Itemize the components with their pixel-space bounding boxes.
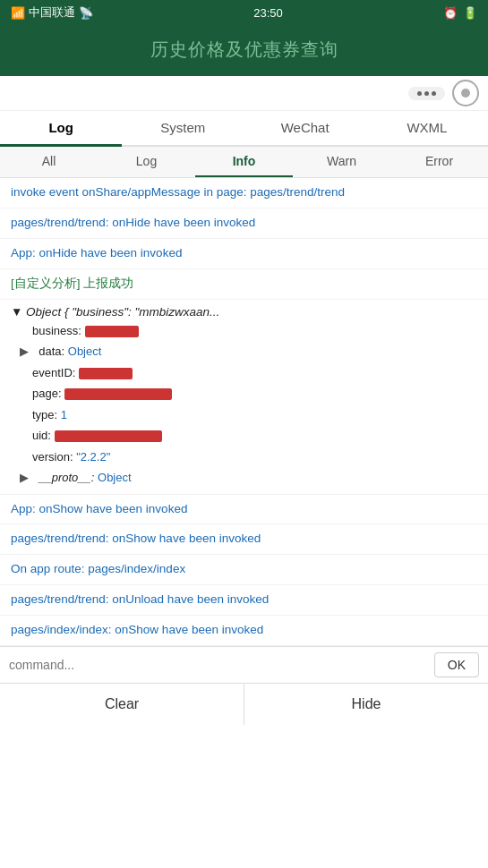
list-item: [自定义分析] 上报成功 (0, 269, 488, 300)
command-bar: OK (0, 646, 488, 683)
prop-key: business: (32, 324, 85, 337)
bottom-bar: Clear Hide (0, 683, 488, 725)
prop-key: type: (32, 408, 61, 421)
app-title: 历史价格及优惠券查询 (150, 39, 338, 59)
prop-value: Object (68, 345, 102, 358)
toolbar-row (0, 76, 488, 111)
tab-system[interactable]: System (122, 111, 244, 147)
object-prop: page: (11, 383, 477, 404)
prop-key: page: (32, 387, 64, 400)
prop-value: "2.2.2" (76, 450, 110, 464)
log-content: invoke event onShare/appMessage in page:… (0, 178, 488, 646)
wifi-icon: 📡 (79, 6, 93, 20)
prop-value-redacted (85, 326, 139, 337)
object-prop[interactable]: ▶ __proto__: Object (11, 467, 477, 489)
dot2 (424, 91, 429, 96)
status-time: 23:50 (253, 6, 283, 20)
prop-value-redacted (64, 388, 172, 400)
object-prop: version: "2.2.2" (11, 447, 477, 468)
list-item: App: onHide have been invoked (0, 239, 488, 269)
object-prop: type: 1 (11, 404, 477, 426)
status-bar: 📶 中国联通 📡 23:50 ⏰ 🔋 (0, 0, 488, 25)
prop-value: Object (98, 471, 132, 484)
prop-key: version: (32, 450, 76, 464)
list-item: pages/index/index: onShow have been invo… (0, 616, 488, 646)
more-button[interactable] (408, 87, 445, 100)
hide-button[interactable]: Hide (244, 684, 488, 725)
ok-button[interactable]: OK (434, 652, 479, 677)
dot3 (432, 91, 436, 96)
tab-wxml[interactable]: WXML (366, 111, 488, 147)
list-item: pages/trend/trend: onShow have been invo… (0, 524, 488, 555)
command-input[interactable] (9, 654, 427, 676)
object-prop[interactable]: ▶ data: Object (11, 341, 477, 362)
record-button[interactable] (452, 80, 479, 106)
subtab-log[interactable]: Log (98, 147, 195, 177)
prop-value: 1 (61, 408, 67, 421)
status-left: 📶 中国联通 📡 (11, 4, 93, 21)
list-item: App: onShow have been invoked (0, 495, 488, 525)
prop-key: data: (39, 345, 68, 358)
signal-icon: 📶 (11, 6, 25, 20)
alarm-icon: ⏰ (443, 6, 458, 20)
sub-tabs: All Log Info Warn Error (0, 147, 488, 178)
subtab-error[interactable]: Error (390, 147, 488, 177)
subtab-info[interactable]: Info (195, 147, 293, 177)
object-block: ▼ Object { "business": "mmbizwxaan... bu… (0, 300, 488, 495)
subtab-all[interactable]: All (0, 147, 98, 177)
prop-value-redacted (79, 368, 133, 379)
prop-value-redacted (55, 430, 162, 442)
list-item: pages/trend/trend: onHide have been invo… (0, 208, 488, 239)
expand-arrow-icon: ▶ (20, 469, 29, 487)
battery-icon: 🔋 (463, 6, 477, 20)
list-item: pages/trend/trend: onUnload have been in… (0, 585, 488, 616)
app-titlebar: 历史价格及优惠券查询 (0, 25, 488, 76)
object-prop: eventID: (11, 362, 477, 384)
tab-log[interactable]: Log (0, 111, 122, 147)
prop-key: __proto__: (39, 471, 98, 484)
prop-key: eventID: (32, 366, 79, 379)
status-right: ⏰ 🔋 (443, 6, 477, 20)
object-prop: uid: (11, 425, 477, 447)
list-item: On app route: pages/index/index (0, 555, 488, 585)
record-icon (461, 89, 470, 98)
object-prop: business: (11, 320, 477, 342)
expand-arrow-icon: ▶ (20, 343, 29, 361)
object-header: ▼ Object { "business": "mmbizwxaan... (11, 305, 477, 319)
carrier-name: 中国联通 (29, 4, 75, 21)
list-item: invoke event onShare/appMessage in page:… (0, 178, 488, 208)
dot1 (417, 91, 422, 96)
main-tabs: Log System WeChat WXML (0, 111, 488, 147)
subtab-warn[interactable]: Warn (293, 147, 390, 177)
tab-wechat[interactable]: WeChat (244, 111, 366, 147)
clear-button[interactable]: Clear (0, 684, 244, 725)
prop-key: uid: (32, 429, 55, 442)
